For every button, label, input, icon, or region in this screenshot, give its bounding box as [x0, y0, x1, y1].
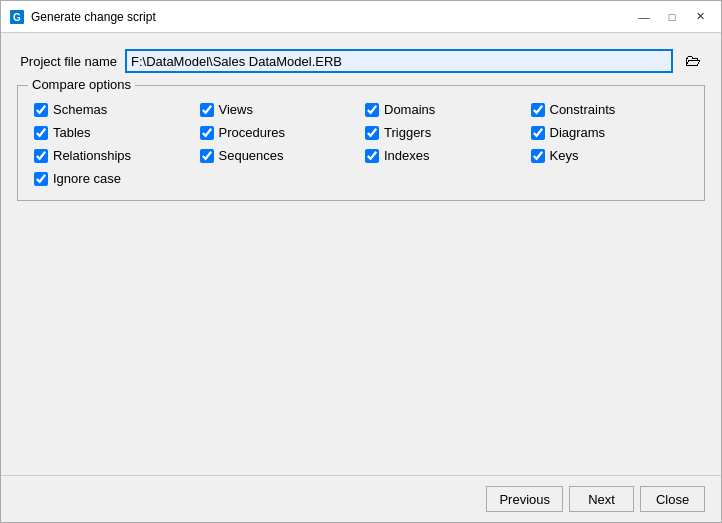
app-icon: G — [9, 9, 25, 25]
compare-options-legend: Compare options — [28, 77, 135, 92]
checkbox-constraints-label: Constraints — [550, 102, 616, 117]
dialog-footer: Previous Next Close — [1, 475, 721, 522]
dialog-content: Project file name 🗁 Compare options Sche… — [1, 33, 721, 475]
checkbox-relationships[interactable]: Relationships — [34, 148, 192, 163]
checkbox-schemas-label: Schemas — [53, 102, 107, 117]
folder-icon: 🗁 — [685, 52, 701, 70]
window-title: Generate change script — [31, 10, 631, 24]
minimize-button[interactable]: — — [631, 7, 657, 27]
checkbox-triggers-label: Triggers — [384, 125, 431, 140]
title-bar: G Generate change script — □ ✕ — [1, 1, 721, 33]
project-file-input[interactable] — [125, 49, 673, 73]
maximize-button[interactable]: □ — [659, 7, 685, 27]
window-controls: — □ ✕ — [631, 7, 713, 27]
close-dialog-button[interactable]: Close — [640, 486, 705, 512]
checkbox-indexes-label: Indexes — [384, 148, 430, 163]
checkbox-diagrams-label: Diagrams — [550, 125, 606, 140]
checkbox-ignore-case-label: Ignore case — [53, 171, 121, 186]
next-button[interactable]: Next — [569, 486, 634, 512]
close-button[interactable]: ✕ — [687, 7, 713, 27]
checkbox-views[interactable]: Views — [200, 102, 358, 117]
checkbox-constraints[interactable]: Constraints — [531, 102, 689, 117]
checkbox-domains[interactable]: Domains — [365, 102, 523, 117]
checkbox-sequences[interactable]: Sequences — [200, 148, 358, 163]
project-file-row: Project file name 🗁 — [17, 49, 705, 73]
checkbox-indexes[interactable]: Indexes — [365, 148, 523, 163]
checkbox-domains-label: Domains — [384, 102, 435, 117]
checkbox-keys[interactable]: Keys — [531, 148, 689, 163]
project-label: Project file name — [17, 54, 117, 69]
checkbox-tables-label: Tables — [53, 125, 91, 140]
spacer — [17, 213, 705, 459]
checkboxes-container: Schemas Tables Relationships Ignore case — [34, 102, 688, 186]
checkbox-keys-label: Keys — [550, 148, 579, 163]
checkbox-schemas[interactable]: Schemas — [34, 102, 192, 117]
checkbox-procedures[interactable]: Procedures — [200, 125, 358, 140]
checkbox-diagrams[interactable]: Diagrams — [531, 125, 689, 140]
checkbox-views-label: Views — [219, 102, 253, 117]
main-window: G Generate change script — □ ✕ Project f… — [0, 0, 722, 523]
previous-button[interactable]: Previous — [486, 486, 563, 512]
checkbox-tables[interactable]: Tables — [34, 125, 192, 140]
compare-options-group: Compare options Schemas Tables Relations… — [17, 85, 705, 201]
checkbox-sequences-label: Sequences — [219, 148, 284, 163]
checkbox-triggers[interactable]: Triggers — [365, 125, 523, 140]
checkbox-ignore-case[interactable]: Ignore case — [34, 171, 192, 186]
svg-text:G: G — [13, 12, 21, 23]
browse-folder-button[interactable]: 🗁 — [681, 49, 705, 73]
checkbox-procedures-label: Procedures — [219, 125, 285, 140]
checkbox-relationships-label: Relationships — [53, 148, 131, 163]
